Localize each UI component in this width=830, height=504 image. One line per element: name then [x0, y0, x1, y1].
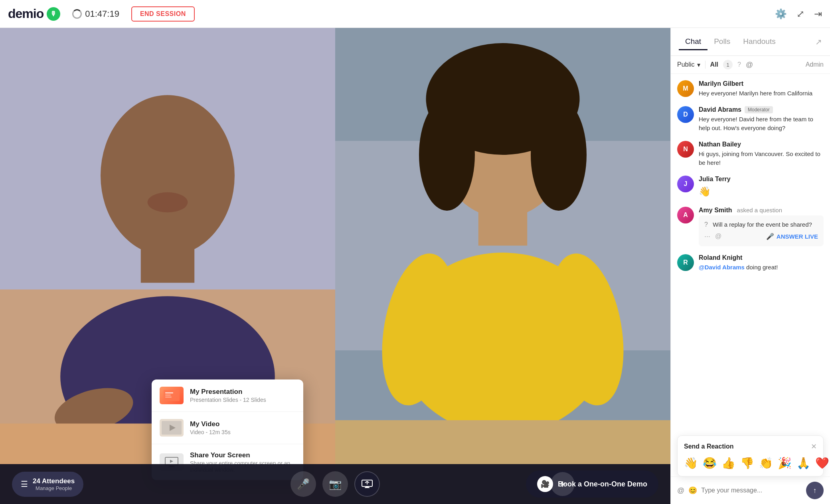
question-box: ? Will a replay for the event be shared?…	[699, 215, 824, 246]
video-thumb-bg	[160, 419, 184, 437]
presentation-item-slides[interactable]: My Presentation Presentation Slides - 12…	[152, 379, 303, 412]
tab-polls[interactable]: Polls	[707, 34, 737, 50]
at-mention-icon[interactable]: @	[715, 233, 721, 240]
msg-header-3: Nathan Bailey	[699, 141, 824, 148]
reaction-close-button[interactable]: ✕	[811, 442, 817, 451]
screen-title: Share Your Screen	[190, 451, 295, 459]
settings-button[interactable]: ⚙️	[775, 8, 787, 20]
microphone-button[interactable]: 🎤	[290, 471, 316, 497]
reaction-laugh[interactable]: 😂	[703, 457, 717, 470]
msg-name-3: Nathan Bailey	[699, 141, 741, 148]
video-thumbnail	[160, 419, 184, 437]
reaction-clap[interactable]: 👏	[759, 457, 773, 470]
avatar-julia: J	[677, 176, 694, 192]
video-preview-icon	[160, 419, 184, 437]
svg-point-14	[531, 99, 587, 211]
msg-header-6: Roland Knight	[699, 254, 824, 261]
msg-text-4: 👋	[699, 184, 824, 199]
chat-messages: M Marilyn Gilbert Hey everyone! Marilyn …	[671, 74, 830, 435]
microphone-icon: 🎤	[766, 233, 774, 240]
msg-name-5: Amy Smith	[699, 207, 732, 214]
asked-question-label: asked a question	[737, 207, 782, 213]
message-5: A Amy Smith asked a question ? Will a re…	[677, 207, 824, 246]
reaction-heart[interactable]: ❤️	[815, 457, 829, 470]
logo-text: demio	[8, 6, 43, 21]
slides-info: My Presentation Presentation Slides - 12…	[190, 388, 295, 403]
slides-title: My Presentation	[190, 388, 295, 396]
tab-handouts[interactable]: Handouts	[737, 34, 782, 50]
svg-rect-21	[165, 392, 173, 393]
bottom-bar: ☰ 24 Attendees Manage People 🎤 📷	[0, 464, 670, 504]
video-area: My Presentation Presentation Slides - 12…	[0, 28, 670, 504]
external-link-icon[interactable]: ↗	[815, 37, 822, 47]
slide-thumb-bg	[160, 387, 184, 404]
reaction-pray[interactable]: 🙏	[796, 457, 810, 470]
svg-rect-32	[366, 486, 369, 487]
msg-header-2: David Abrams Moderator	[699, 106, 824, 113]
emoji-button[interactable]: 😊	[688, 486, 697, 495]
msg-text-2: Hey everyone! David here from the team t…	[699, 115, 824, 133]
question-actions: ··· @ 🎤 ANSWER LIVE	[704, 232, 818, 241]
reaction-header: Send a Reaction ✕	[684, 442, 817, 451]
exit-button[interactable]: ⇥	[814, 8, 822, 20]
reaction-title: Send a Reaction	[684, 443, 733, 450]
topbar-icons: ⚙️ ⤢ ⇥	[775, 8, 822, 20]
panel-tabs: Chat Polls Handouts ↗	[671, 28, 830, 56]
svg-rect-3	[141, 243, 194, 283]
video-subtitle: Video - 12m 35s	[190, 429, 295, 435]
chat-filter-bar: Public ▾ All 1 ? @ Admin	[671, 56, 830, 74]
add-button[interactable]: +	[551, 472, 575, 496]
end-session-button[interactable]: END SESSION	[131, 6, 195, 22]
more-options-icon[interactable]: ···	[704, 232, 710, 241]
moderator-badge: Moderator	[745, 106, 773, 113]
reaction-wave[interactable]: 👋	[684, 457, 698, 470]
filter-all-label: All	[710, 61, 718, 68]
tab-chat[interactable]: Chat	[679, 34, 707, 50]
expand-button[interactable]: ⤢	[796, 8, 804, 20]
at-icon[interactable]: @	[746, 61, 753, 69]
camera-button[interactable]: 📷	[322, 471, 348, 497]
msg-content-1: Marilyn Gilbert Hey everyone! Marilyn he…	[699, 80, 824, 98]
svg-rect-23	[165, 397, 172, 397]
screen-share-button[interactable]	[354, 471, 380, 497]
filter-divider-1	[705, 61, 706, 69]
msg-content-5: Amy Smith asked a question ? Will a repl…	[699, 207, 824, 246]
chat-input[interactable]	[701, 487, 802, 494]
chevron-down-icon: ▾	[697, 61, 700, 69]
msg-name-6: Roland Knight	[699, 254, 742, 261]
person-svg-right	[335, 28, 670, 504]
answer-live-label: ANSWER LIVE	[777, 233, 818, 240]
msg-name-1: Marilyn Gilbert	[699, 80, 743, 87]
main-layout: My Presentation Presentation Slides - 12…	[0, 28, 830, 504]
person-video-right	[335, 28, 670, 504]
presentation-item-video[interactable]: My Video Video - 12m 35s	[152, 412, 303, 444]
mention-suffix: doing great!	[745, 264, 778, 271]
top-bar: demio 🎙 01:47:19 END SESSION ⚙️ ⤢ ⇥	[0, 0, 830, 28]
svg-rect-33	[365, 487, 370, 488]
attendees-count: 24 Attendees	[33, 477, 75, 485]
svg-marker-30	[170, 460, 173, 463]
msg-text-3: Hi guys, joining from Vancouver. So exci…	[699, 150, 824, 168]
attendees-button[interactable]: ☰ 24 Attendees Manage People	[12, 472, 83, 497]
at-button[interactable]: @	[677, 486, 684, 495]
book-demo-button[interactable]: 🎥 Book a One-on-One Demo	[526, 470, 658, 498]
avatar-david: D	[677, 106, 694, 123]
reaction-thumbsdown[interactable]: 👎	[740, 457, 754, 470]
filter-public-button[interactable]: Public ▾	[677, 61, 700, 69]
slide-preview-icon	[164, 390, 180, 401]
filter-count-badge: 1	[723, 60, 733, 69]
reaction-thumbsup[interactable]: 👍	[721, 457, 735, 470]
video-tile-right	[335, 28, 670, 504]
send-button[interactable]: ↑	[806, 482, 824, 499]
answer-live-button[interactable]: 🎤 ANSWER LIVE	[766, 233, 818, 240]
reaction-emojis: 👋 😂 👍 👎 👏 🎉 🙏 ❤️	[684, 457, 817, 470]
filter-public-label: Public	[677, 61, 695, 68]
svg-point-2	[101, 95, 235, 256]
reaction-party[interactable]: 🎉	[778, 457, 792, 470]
svg-point-8	[148, 192, 188, 212]
attendees-info: 24 Attendees Manage People	[33, 477, 75, 491]
timer-value: 01:47:19	[85, 9, 119, 19]
question-mark-icon: ?	[737, 61, 741, 68]
message-3: N Nathan Bailey Hi guys, joining from Va…	[677, 141, 824, 168]
msg-content-3: Nathan Bailey Hi guys, joining from Vanc…	[699, 141, 824, 168]
